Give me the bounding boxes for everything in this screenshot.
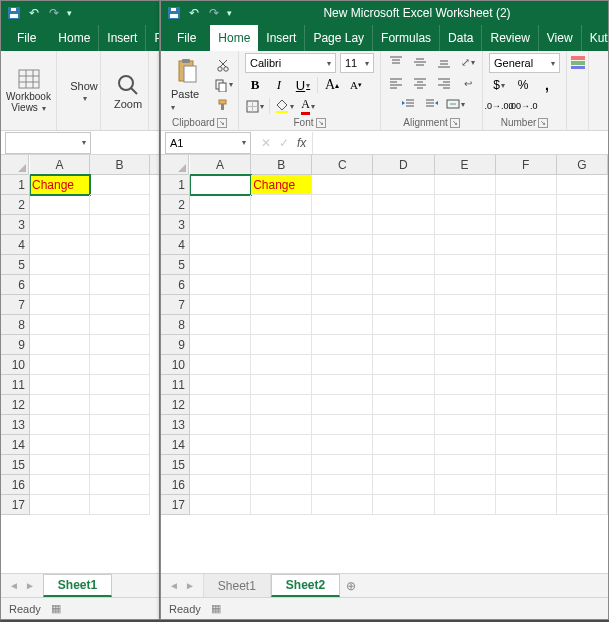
- cell-B13[interactable]: [251, 415, 312, 435]
- cell-F15[interactable]: [496, 455, 557, 475]
- tab-home[interactable]: Home: [50, 25, 99, 51]
- tab-kutools[interactable]: Kutools ™: [582, 25, 608, 51]
- row-header[interactable]: 4: [161, 235, 189, 255]
- row-header[interactable]: 3: [161, 215, 189, 235]
- cell-C1[interactable]: [312, 175, 373, 195]
- cell-G17[interactable]: [557, 495, 608, 515]
- cell-A13[interactable]: [30, 415, 90, 435]
- cell-D4[interactable]: [373, 235, 434, 255]
- row-header[interactable]: 14: [1, 435, 29, 455]
- cell-B8[interactable]: [90, 315, 150, 335]
- cell-C5[interactable]: [312, 255, 373, 275]
- cell-C9[interactable]: [312, 335, 373, 355]
- increase-indent-button[interactable]: [422, 95, 442, 113]
- cell-E7[interactable]: [435, 295, 496, 315]
- cell-F17[interactable]: [496, 495, 557, 515]
- cell-A11[interactable]: [30, 375, 90, 395]
- undo-icon[interactable]: ↶: [187, 6, 201, 20]
- undo-icon[interactable]: ↶: [27, 6, 41, 20]
- tab-page[interactable]: P: [146, 25, 159, 51]
- cell-B5[interactable]: [251, 255, 312, 275]
- row-header[interactable]: 9: [1, 335, 29, 355]
- borders-button[interactable]: ▾: [245, 97, 265, 115]
- row-header[interactable]: 8: [1, 315, 29, 335]
- cell-C14[interactable]: [312, 435, 373, 455]
- cell-A8[interactable]: [190, 315, 251, 335]
- cell-A9[interactable]: [30, 335, 90, 355]
- cell-G5[interactable]: [557, 255, 608, 275]
- cell-F10[interactable]: [496, 355, 557, 375]
- cell-E15[interactable]: [435, 455, 496, 475]
- cell-F9[interactable]: [496, 335, 557, 355]
- cell-B15[interactable]: [251, 455, 312, 475]
- cell-D11[interactable]: [373, 375, 434, 395]
- row-header[interactable]: 5: [161, 255, 189, 275]
- cell-A8[interactable]: [30, 315, 90, 335]
- cell-B6[interactable]: [90, 275, 150, 295]
- comma-button[interactable]: ,: [537, 76, 557, 94]
- font-size-combo[interactable]: 11▾: [340, 53, 374, 73]
- cell-B13[interactable]: [90, 415, 150, 435]
- tab-formulas[interactable]: Formulas: [373, 25, 440, 51]
- italic-button[interactable]: I: [269, 76, 289, 94]
- sheet-nav[interactable]: ◄►: [1, 574, 43, 597]
- save-icon[interactable]: [7, 6, 21, 20]
- row-header[interactable]: 1: [1, 175, 29, 195]
- formula-input[interactable]: [312, 132, 608, 154]
- cell-G1[interactable]: [557, 175, 608, 195]
- cell-E11[interactable]: [435, 375, 496, 395]
- shrink-font-button[interactable]: A▾: [346, 76, 366, 94]
- cell-A16[interactable]: [190, 475, 251, 495]
- sheet-tab-sheet1[interactable]: Sheet1: [203, 574, 271, 597]
- cell-B17[interactable]: [90, 495, 150, 515]
- cell-B1[interactable]: [90, 175, 150, 195]
- cell-B11[interactable]: [251, 375, 312, 395]
- sheet-nav[interactable]: ◄►: [161, 574, 203, 597]
- cell-D3[interactable]: [373, 215, 434, 235]
- titlebar[interactable]: ↶ ↷ ▾: [1, 1, 159, 25]
- cell-C8[interactable]: [312, 315, 373, 335]
- cell-C6[interactable]: [312, 275, 373, 295]
- cell-F7[interactable]: [496, 295, 557, 315]
- copy-button[interactable]: ▾: [213, 76, 233, 94]
- row-header[interactable]: 10: [161, 355, 189, 375]
- cell-D17[interactable]: [373, 495, 434, 515]
- row-header[interactable]: 14: [161, 435, 189, 455]
- cell-E5[interactable]: [435, 255, 496, 275]
- align-bottom-button[interactable]: [434, 53, 454, 71]
- cell-A5[interactable]: [30, 255, 90, 275]
- cell-B16[interactable]: [90, 475, 150, 495]
- cell-D16[interactable]: [373, 475, 434, 495]
- select-all-corner[interactable]: [161, 155, 189, 175]
- fx-icon[interactable]: fx: [297, 136, 306, 150]
- cell-C16[interactable]: [312, 475, 373, 495]
- cell-A10[interactable]: [190, 355, 251, 375]
- cell-G14[interactable]: [557, 435, 608, 455]
- cell-C15[interactable]: [312, 455, 373, 475]
- row-header[interactable]: 13: [1, 415, 29, 435]
- row-header[interactable]: 10: [1, 355, 29, 375]
- cell-C17[interactable]: [312, 495, 373, 515]
- cell-D7[interactable]: [373, 295, 434, 315]
- align-center-button[interactable]: [410, 74, 430, 92]
- cell-C3[interactable]: [312, 215, 373, 235]
- row-header[interactable]: 6: [161, 275, 189, 295]
- cell-A11[interactable]: [190, 375, 251, 395]
- sheet-tab-sheet2[interactable]: Sheet2: [271, 574, 340, 597]
- tab-page-layout[interactable]: Page Lay: [305, 25, 373, 51]
- currency-button[interactable]: $▾: [489, 76, 509, 94]
- show-button[interactable]: Show▾: [63, 78, 105, 105]
- cell-F11[interactable]: [496, 375, 557, 395]
- column-header[interactable]: D: [373, 155, 434, 174]
- cell-D6[interactable]: [373, 275, 434, 295]
- cell-F3[interactable]: [496, 215, 557, 235]
- sheet-tab-sheet1[interactable]: Sheet1: [43, 574, 112, 597]
- cell-C2[interactable]: [312, 195, 373, 215]
- qat-dropdown-icon[interactable]: ▾: [227, 8, 232, 18]
- cell-A5[interactable]: [190, 255, 251, 275]
- cell-D14[interactable]: [373, 435, 434, 455]
- cell-G9[interactable]: [557, 335, 608, 355]
- cell-G11[interactable]: [557, 375, 608, 395]
- cell-E4[interactable]: [435, 235, 496, 255]
- cell-F2[interactable]: [496, 195, 557, 215]
